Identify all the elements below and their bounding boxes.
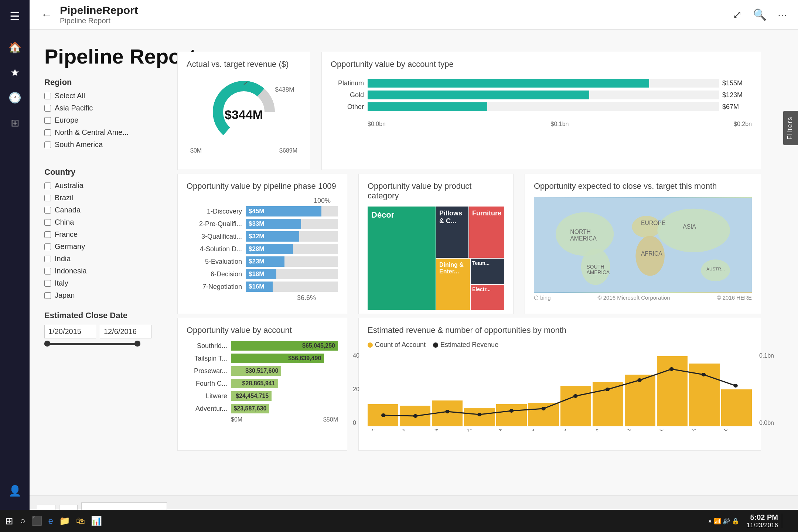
- pipeline-bar-5: $18M: [246, 269, 338, 279]
- date-slider-right-thumb[interactable]: [134, 341, 140, 347]
- sidebar: ☰ 🏠 ★ 🕐 ⊞ 👤 ⚙: [0, 0, 30, 532]
- pipeline-bar-3: $28M: [246, 244, 338, 254]
- nav-apps-icon[interactable]: ⊞: [4, 112, 26, 134]
- date-to-input[interactable]: [100, 325, 151, 338]
- date-slider[interactable]: [44, 343, 140, 345]
- pipeline-bar-1: $33M: [246, 219, 338, 229]
- x-label-aug: August: [593, 429, 618, 433]
- x-label-sep: September: [625, 429, 651, 433]
- filter-india[interactable]: India: [44, 255, 170, 263]
- account-label-4: Litware: [187, 392, 231, 400]
- account-gold-row: Gold $123M: [331, 91, 752, 99]
- taskbar-show-desktop[interactable]: [782, 514, 793, 528]
- revenue-value: $344M: [225, 108, 263, 122]
- filter-australia[interactable]: Australia: [44, 181, 170, 190]
- filter-select-all-label: Select All: [55, 92, 85, 100]
- filter-france[interactable]: France: [44, 230, 170, 239]
- taskbar-powerbi-icon[interactable]: 📊: [91, 516, 102, 526]
- account-other-label: Other: [331, 103, 368, 111]
- monthly-bar-jan: [368, 404, 398, 426]
- treemap-title: Opportunity value by product category: [368, 181, 504, 201]
- windows-start-button[interactable]: ⊞: [5, 515, 13, 527]
- pipeline-fill-1: $33M: [246, 219, 301, 229]
- expand-icon[interactable]: ⤢: [733, 8, 742, 21]
- account-gold-fill: [368, 91, 589, 99]
- taskbar-edge-icon[interactable]: e: [48, 516, 53, 526]
- filter-europe[interactable]: Europe: [44, 116, 170, 125]
- x-label-nov: November: [689, 429, 715, 433]
- x-label-oct: October: [657, 429, 683, 433]
- date-from-input[interactable]: [44, 325, 96, 338]
- pipeline-row-2: 3-Qualificati... $32M: [187, 231, 338, 242]
- monthly-chart: Estimated revenue & number of opportunit…: [358, 318, 761, 451]
- taskbar-store-icon[interactable]: 🛍: [76, 516, 85, 526]
- nav-profile-icon[interactable]: 👤: [4, 480, 26, 502]
- back-button[interactable]: ←: [41, 8, 52, 21]
- date-slider-left-thumb[interactable]: [44, 341, 50, 347]
- treemap-pillows: Pillows & C...: [436, 207, 468, 258]
- monthly-x-labels: January February March April May June Ju…: [368, 429, 752, 435]
- filters-tab[interactable]: Filters: [783, 111, 798, 145]
- filter-germany-label: Germany: [55, 242, 85, 251]
- filter-asia-pacific[interactable]: Asia Pacific: [44, 104, 170, 112]
- monthly-bar-dec: [721, 389, 752, 426]
- account-row-4: Litware $24,454,715: [187, 391, 338, 401]
- x-label-jan: January: [368, 429, 393, 433]
- taskbar-time: 5:02 PM: [747, 513, 778, 522]
- treemap-grid: Décor Pillows & C... Furniture: [368, 207, 504, 310]
- filter-japan-label: Japan: [55, 291, 75, 300]
- taskbar-task-view-icon[interactable]: ⬛: [31, 516, 42, 526]
- legend-count: Count of Account: [368, 341, 426, 349]
- treemap-chart: Opportunity value by product category Dé…: [358, 174, 514, 314]
- revenue-target-label: $438M: [275, 86, 294, 93]
- charts-area: Actual vs. target revenue ($) $344M $438…: [177, 52, 761, 491]
- nav-recent-icon[interactable]: 🕐: [4, 86, 26, 109]
- monthly-bar-jul: [560, 386, 591, 426]
- hamburger-icon[interactable]: ☰: [4, 5, 26, 27]
- x-label-dec: December: [721, 429, 747, 433]
- filter-italy[interactable]: Italy: [44, 279, 170, 287]
- pipeline-fill-3: $28M: [246, 244, 293, 254]
- filter-brazil[interactable]: Brazil: [44, 194, 170, 202]
- pipeline-row-4: 5-Evaluation $23M: [187, 256, 338, 267]
- filter-select-all[interactable]: Select All: [44, 92, 170, 100]
- account-bar-4: $24,454,715: [231, 391, 338, 401]
- date-filter: Estimated Close Date: [44, 311, 170, 345]
- taskbar-cortana-icon[interactable]: ○: [20, 516, 25, 526]
- account-row-0: Southrid... $65,045,250: [187, 341, 338, 351]
- account-fill-3: $28,865,941: [231, 379, 278, 388]
- pipeline-footer: 36.6%: [187, 294, 338, 302]
- account-other-fill: [368, 102, 487, 111]
- pipeline-row-0: 1-Discovery $45M: [187, 206, 338, 216]
- svg-text:AFRICA: AFRICA: [641, 251, 662, 257]
- filter-germany[interactable]: Germany: [44, 242, 170, 251]
- pipeline-label-2: 3-Qualificati...: [187, 233, 246, 241]
- x-label-feb: February: [400, 429, 426, 433]
- x-label-may: May: [496, 429, 522, 433]
- map-credits: ⬡ bing © 2016 Microsoft Corporation © 20…: [534, 294, 752, 301]
- filter-south-america[interactable]: South America: [44, 140, 170, 149]
- map-svg: NORTH AMERICA SOUTH AMERICA EUROPE AFRIC…: [534, 197, 752, 293]
- monthly-bar-oct: [657, 356, 688, 426]
- nav-home-icon[interactable]: 🏠: [4, 36, 26, 58]
- filter-canada[interactable]: Canada: [44, 206, 170, 214]
- filter-china[interactable]: China: [44, 218, 170, 226]
- svg-point-6: [632, 216, 661, 238]
- search-icon[interactable]: 🔍: [753, 8, 767, 21]
- account-other-value: $67M: [722, 103, 752, 111]
- more-options-icon[interactable]: ···: [778, 8, 787, 21]
- nav-favorites-icon[interactable]: ★: [4, 61, 26, 83]
- filter-indonesia[interactable]: Indonesia: [44, 267, 170, 275]
- taskbar-explorer-icon[interactable]: 📁: [59, 516, 70, 526]
- filter-north-central[interactable]: North & Central Ame...: [44, 128, 170, 137]
- windows-taskbar: ⊞ ○ ⬛ e 📁 🛍 📊 ∧ 📶 🔊 🔒 5:02 PM 11/23/2016: [0, 510, 798, 532]
- account-fill-4: $24,454,715: [231, 391, 272, 401]
- legend-revenue-label: Estimated Revenue: [440, 341, 498, 349]
- account-x-labels: $0M $50M: [187, 416, 338, 423]
- filter-japan[interactable]: Japan: [44, 291, 170, 300]
- monthly-bar-feb: [400, 406, 430, 426]
- taskbar-clock: 5:02 PM 11/23/2016: [747, 513, 778, 529]
- monthly-bar-mar: [432, 400, 463, 426]
- treemap-decor: Décor: [368, 207, 436, 310]
- pipeline-phase-title: Opportunity value by pipeline phase 1009: [187, 181, 338, 191]
